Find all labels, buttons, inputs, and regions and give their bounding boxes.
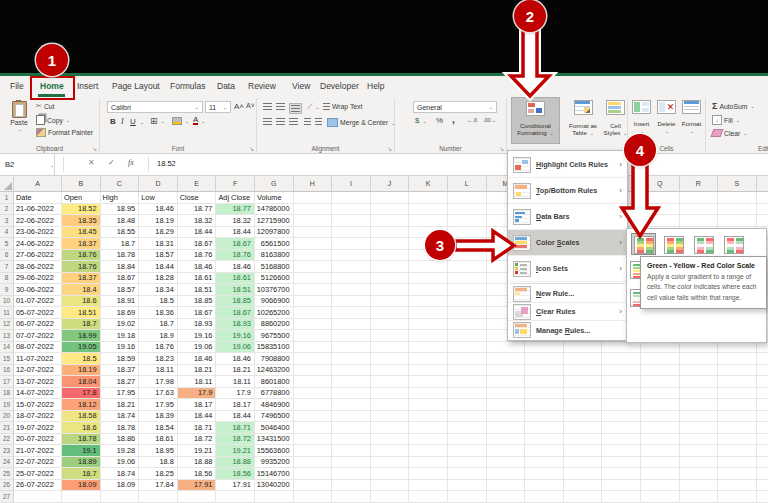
cell-A15[interactable]: 11-07-2022 [14,353,62,365]
cell-R26[interactable] [680,480,719,492]
cell-C2[interactable]: 18.95 [101,204,140,216]
cell-D15[interactable]: 18.23 [139,353,178,365]
cell-H4[interactable] [294,227,333,239]
cell-E7[interactable]: 18.46 [178,261,217,273]
cell-G20[interactable]: 7496500 [255,411,294,423]
cell-D19[interactable]: 17.95 [139,399,178,411]
cell-J14[interactable] [371,342,410,354]
cell-N16[interactable] [525,365,564,377]
cell-C23[interactable]: 19.28 [101,445,140,457]
cell-J7[interactable] [371,261,410,273]
cell-J17[interactable] [371,376,410,388]
clipboard-dialog-launcher-icon[interactable]: ↘ [92,145,97,152]
orientation-button[interactable]: ⟋⌄ [307,102,320,112]
cell-G24[interactable]: 9935200 [255,457,294,469]
row-header-11[interactable]: 11 [0,307,14,319]
cell-M14[interactable] [487,342,526,354]
cell-K26[interactable] [409,480,448,492]
cell-J3[interactable] [371,215,410,227]
cell-C1[interactable]: High [101,192,140,204]
cell-K20[interactable] [409,411,448,423]
cell-I16[interactable] [332,365,371,377]
cell-Q18[interactable] [641,388,680,400]
cell-S21[interactable] [718,422,757,434]
align-right-button[interactable] [289,118,298,125]
cell-N21[interactable] [525,422,564,434]
align-center-button[interactable] [276,118,285,125]
cell-A11[interactable]: 05-07-2022 [14,307,62,319]
menu-item-data-bars[interactable]: Data Bars› [508,204,627,230]
cell-C16[interactable]: 18.37 [101,365,140,377]
cell-L15[interactable] [448,353,487,365]
font-size-select[interactable]: 11⌄ [205,101,231,113]
cell-F14[interactable]: 19.06 [216,342,255,354]
cell-H3[interactable] [294,215,333,227]
font-dialog-launcher-icon[interactable]: ↘ [249,145,254,152]
cell-A19[interactable]: 15-07-2022 [14,399,62,411]
cell-I12[interactable] [332,319,371,331]
cell-I7[interactable] [332,261,371,273]
underline-dropdown[interactable]: ⌄ [139,119,144,125]
cell-K14[interactable] [409,342,448,354]
insert-cells-button[interactable]: Insert ⌄ [630,100,653,134]
cell-Q15[interactable] [641,353,680,365]
cell-G10[interactable]: 9066900 [255,296,294,308]
cell-Q19[interactable] [641,399,680,411]
menu-item-clear-rules[interactable]: Clear Rules› [508,303,627,321]
cell-L25[interactable] [448,468,487,480]
cell-A20[interactable]: 18-07-2022 [14,411,62,423]
cell-K22[interactable] [409,434,448,446]
cell-J21[interactable] [371,422,410,434]
cell-I15[interactable] [332,353,371,365]
cell-F18[interactable]: 17.9 [216,388,255,400]
cell-B1[interactable]: Open [62,192,101,204]
cell-Q23[interactable] [641,445,680,457]
cell-K19[interactable] [409,399,448,411]
row-header-23[interactable]: 23 [0,445,14,457]
cell-A9[interactable]: 30-06-2022 [14,284,62,296]
cell-Q17[interactable] [641,376,680,388]
cell-L6[interactable] [448,250,487,262]
cell-J6[interactable] [371,250,410,262]
column-header-T[interactable]: T [757,176,768,191]
cell-J22[interactable] [371,434,410,446]
cell-Q21[interactable] [641,422,680,434]
cell-C6[interactable]: 18.78 [101,250,140,262]
cell-I3[interactable] [332,215,371,227]
cell-I5[interactable] [332,238,371,250]
column-header-G[interactable]: G [255,176,294,191]
cell-I8[interactable] [332,273,371,285]
row-header-4[interactable]: 4 [0,227,14,239]
row-header-1[interactable]: 1 [0,192,14,204]
cell-A26[interactable]: 26-07-2022 [14,480,62,492]
column-header-F[interactable]: F [216,176,255,191]
cell-R17[interactable] [680,376,719,388]
cell-F21[interactable]: 18.71 [216,422,255,434]
cell-J18[interactable] [371,388,410,400]
cell-F7[interactable]: 18.46 [216,261,255,273]
tab-data[interactable]: Data [217,81,235,91]
cell-F19[interactable]: 18.17 [216,399,255,411]
increase-decimal-button[interactable]: ←.0 [467,117,477,123]
tab-page-layout[interactable]: Page Layout [112,81,160,91]
tab-review[interactable]: Review [248,81,276,91]
column-header-C[interactable]: C [101,176,140,191]
cell-K3[interactable] [409,215,448,227]
column-header-K[interactable]: K [409,176,448,191]
underline-button[interactable]: U [130,117,136,126]
cell-A22[interactable]: 20-07-2022 [14,434,62,446]
cell-R16[interactable] [680,365,719,377]
row-header-5[interactable]: 5 [0,238,14,250]
cell-F5[interactable]: 18.67 [216,238,255,250]
cell-Q3[interactable] [641,215,680,227]
cell-H20[interactable] [294,411,333,423]
cell-T14[interactable] [757,342,768,354]
cell-F17[interactable]: 18.11 [216,376,255,388]
cell-K8[interactable] [409,273,448,285]
cell-T25[interactable] [757,468,768,480]
merge-center-button[interactable]: Merge & Center⌄ [327,118,395,127]
column-header-R[interactable]: R [680,176,719,191]
cell-G9[interactable]: 10376700 [255,284,294,296]
cell-O16[interactable] [564,365,603,377]
cell-S24[interactable] [718,457,757,469]
